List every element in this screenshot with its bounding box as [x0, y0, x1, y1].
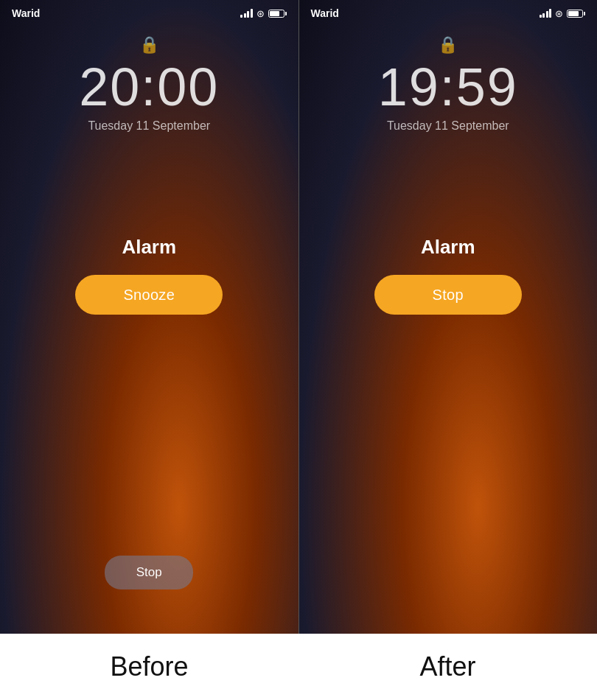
before-battery-icon [268, 10, 287, 18]
after-wifi-icon: ⊛ [555, 8, 563, 19]
after-carrier: Warid [311, 7, 339, 19]
after-status-icons: ⊛ [540, 8, 586, 19]
before-wifi-icon: ⊛ [256, 8, 265, 19]
after-stop-button[interactable]: Stop [374, 275, 522, 315]
before-status-bar: Warid ⊛ [0, 0, 298, 22]
before-time: 20:00 [79, 60, 219, 113]
before-alarm-section: Alarm Snooze [0, 236, 298, 315]
before-status-icons: ⊛ [240, 8, 287, 19]
after-battery-icon [567, 10, 585, 18]
after-date: Tuesday 11 September [387, 119, 509, 133]
snooze-button[interactable]: Snooze [75, 275, 223, 315]
before-carrier: Warid [12, 7, 40, 19]
labels-row: Before After [0, 634, 597, 700]
after-alarm-label: Alarm [421, 236, 475, 259]
after-alarm-section: Alarm Stop [299, 236, 598, 315]
after-time: 19:59 [378, 60, 518, 113]
after-signal-icon [540, 9, 552, 18]
before-label: Before [110, 651, 188, 682]
before-alarm-label: Alarm [122, 236, 176, 259]
before-stop-button[interactable]: Stop [105, 556, 193, 589]
before-screen: Warid ⊛ 🔒 20:00 Tuesday 11 September Ala… [0, 0, 299, 634]
before-date: Tuesday 11 September [88, 119, 210, 133]
after-label: After [419, 651, 475, 682]
before-signal-icon [240, 9, 253, 18]
after-label-cell: After [298, 634, 597, 700]
after-screen: Warid ⊛ 🔒 19:59 Tuesday 11 September Ala… [299, 0, 598, 634]
after-status-bar: Warid ⊛ [299, 0, 598, 22]
before-label-cell: Before [0, 634, 298, 700]
after-lock-icon: 🔒 [438, 35, 458, 55]
before-lock-icon: 🔒 [139, 35, 159, 55]
